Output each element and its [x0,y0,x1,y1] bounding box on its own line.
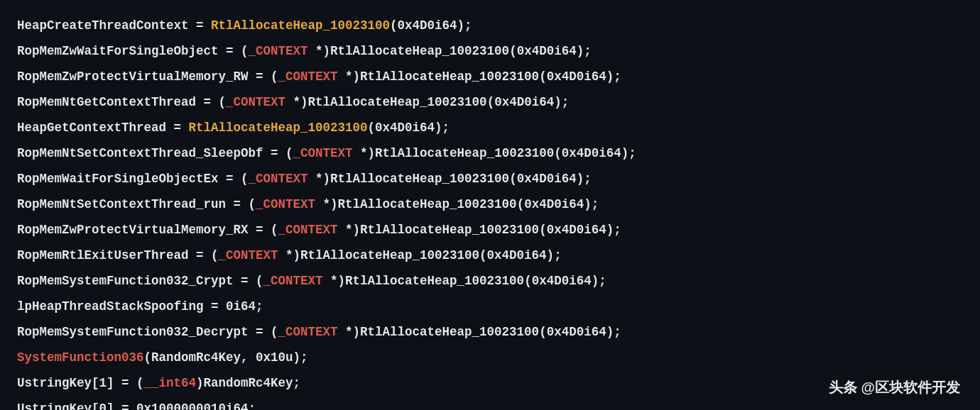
code-line: RopMemZwWaitForSingleObject = (_CONTEXT … [17,38,963,64]
code-line: UstringKey[1] = (__int64)RandomRc4Key; [17,370,963,396]
code-line: RopMemSystemFunction032_Decrypt = (_CONT… [17,319,963,345]
code-line: RopMemZwProtectVirtualMemory_RX = (_CONT… [17,217,963,243]
code-line: lpHeapThreadStackSpoofing = 0i64; [17,294,963,319]
code-line: RopMemZwProtectVirtualMemory_RW = (_CONT… [17,64,963,89]
watermark: 头条 @区块软件开发 [829,378,960,397]
code-container: HeapCreateThreadContext = RtlAllocateHea… [0,0,980,410]
code-line: RopMemNtSetContextThread_SleepObf = (_CO… [17,140,963,166]
code-line: HeapGetContextThread = RtlAllocateHeap_1… [17,115,963,140]
code-line: HeapCreateThreadContext = RtlAllocateHea… [17,13,963,38]
code-line: RopMemNtGetContextThread = (_CONTEXT *)R… [17,89,963,115]
code-line: RopMemWaitForSingleObjectEx = (_CONTEXT … [17,166,963,192]
code-line: UstringKey[0] = 0x1000000010i64; [17,396,963,410]
code-line: SystemFunction036(RandomRc4Key, 0x10u); [17,345,963,370]
code-lines: HeapCreateThreadContext = RtlAllocateHea… [17,13,963,410]
code-line: RopMemRtlExitUserThread = (_CONTEXT *)Rt… [17,243,963,268]
code-line: RopMemNtSetContextThread_run = (_CONTEXT… [17,192,963,217]
code-line: RopMemSystemFunction032_Crypt = (_CONTEX… [17,268,963,294]
